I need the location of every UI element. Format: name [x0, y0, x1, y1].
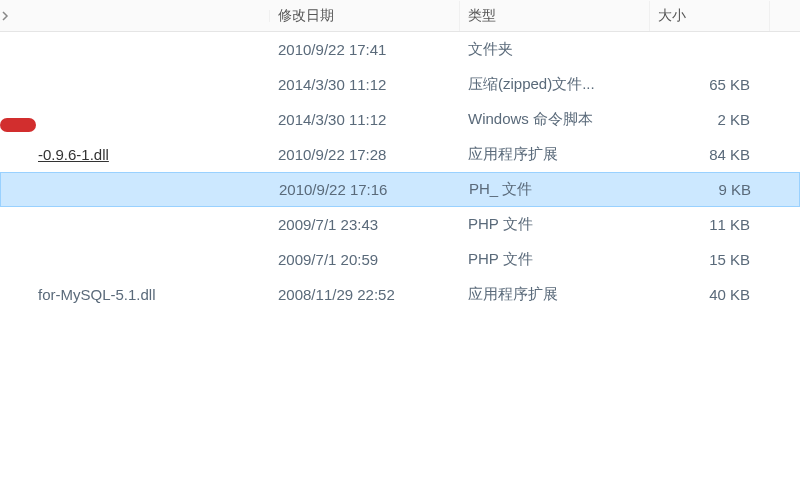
file-name: -0.9.6-1.dll [30, 142, 270, 167]
file-date: 2010/9/22 17:41 [270, 37, 460, 62]
file-row[interactable]: -0.9.6-1.dll2010/9/22 17:28应用程序扩展84 KB [0, 137, 800, 172]
file-row[interactable]: 2009/7/1 23:43PHP 文件11 KB [0, 207, 800, 242]
chevron-right-icon [0, 11, 10, 21]
file-date: 2010/9/22 17:28 [270, 142, 460, 167]
file-row[interactable]: 2014/3/30 11:12Windows 命令脚本2 KB [0, 102, 800, 137]
column-header-date[interactable]: 修改日期 [270, 1, 460, 31]
column-header-type[interactable]: 类型 [460, 1, 650, 31]
annotation-mark [0, 118, 36, 132]
file-icon [0, 221, 30, 229]
file-name [30, 81, 270, 89]
file-date: 2014/3/30 11:12 [270, 72, 460, 97]
file-date: 2010/9/22 17:16 [271, 177, 461, 202]
file-row[interactable]: 2014/3/30 11:12压缩(zipped)文件...65 KB [0, 67, 800, 102]
column-header-size[interactable]: 大小 [650, 1, 770, 31]
file-explorer-panel: 修改日期 类型 大小 2010/9/22 17:41文件夹2014/3/30 1… [0, 0, 800, 312]
file-name [30, 221, 270, 229]
file-row[interactable]: 2010/9/22 17:41文件夹 [0, 32, 800, 67]
file-row[interactable]: 2009/7/1 20:59PHP 文件15 KB [0, 242, 800, 277]
column-header-row: 修改日期 类型 大小 [0, 0, 800, 32]
file-row[interactable]: for-MySQL-5.1.dll2008/11/29 22:52应用程序扩展4… [0, 277, 800, 312]
file-date: 2014/3/30 11:12 [270, 107, 460, 132]
file-name [30, 116, 270, 124]
file-name [30, 46, 270, 54]
file-icon [0, 46, 30, 54]
file-name [30, 256, 270, 264]
file-size: 11 KB [650, 212, 770, 237]
file-date: 2009/7/1 23:43 [270, 212, 460, 237]
file-icon [0, 81, 30, 89]
header-icon-spacer [0, 8, 30, 24]
file-name: for-MySQL-5.1.dll [30, 282, 270, 307]
file-icon [0, 151, 30, 159]
file-type: 文件夹 [460, 36, 650, 63]
file-name [31, 186, 271, 194]
file-size: 9 KB [651, 177, 771, 202]
file-type: Windows 命令脚本 [460, 106, 650, 133]
file-size: 15 KB [650, 247, 770, 272]
file-size: 40 KB [650, 282, 770, 307]
file-size [650, 46, 770, 54]
file-type: PH_ 文件 [461, 176, 651, 203]
file-rows-container: 2010/9/22 17:41文件夹2014/3/30 11:12压缩(zipp… [0, 32, 800, 312]
file-size: 84 KB [650, 142, 770, 167]
file-list: 修改日期 类型 大小 2010/9/22 17:41文件夹2014/3/30 1… [0, 0, 800, 312]
file-icon [1, 186, 31, 194]
file-icon [0, 256, 30, 264]
file-size: 65 KB [650, 72, 770, 97]
file-type: PHP 文件 [460, 211, 650, 238]
file-row[interactable]: 2010/9/22 17:16PH_ 文件9 KB [0, 172, 800, 207]
file-type: 应用程序扩展 [460, 141, 650, 168]
column-header-name[interactable] [30, 10, 270, 22]
file-type: 应用程序扩展 [460, 281, 650, 308]
file-type: PHP 文件 [460, 246, 650, 273]
file-icon [0, 291, 30, 299]
file-date: 2008/11/29 22:52 [270, 282, 460, 307]
file-size: 2 KB [650, 107, 770, 132]
file-type: 压缩(zipped)文件... [460, 71, 650, 98]
file-date: 2009/7/1 20:59 [270, 247, 460, 272]
